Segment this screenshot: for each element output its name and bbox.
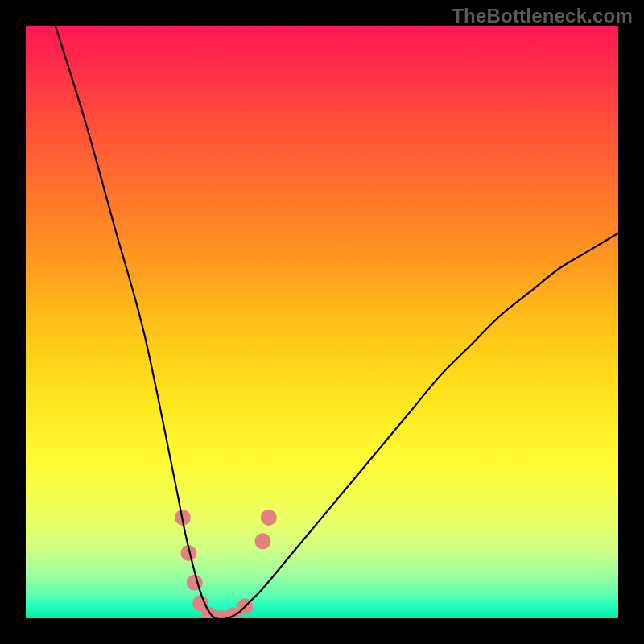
watermark-text: TheBottleneck.com — [452, 5, 633, 27]
chart-svg — [26, 26, 618, 618]
data-marker — [261, 510, 277, 526]
bottleneck-curve — [56, 26, 618, 618]
marker-layer — [175, 510, 277, 618]
data-marker — [187, 575, 203, 591]
chart-frame: TheBottleneck.com — [0, 0, 644, 644]
data-marker — [254, 533, 270, 549]
plot-area — [26, 26, 618, 618]
